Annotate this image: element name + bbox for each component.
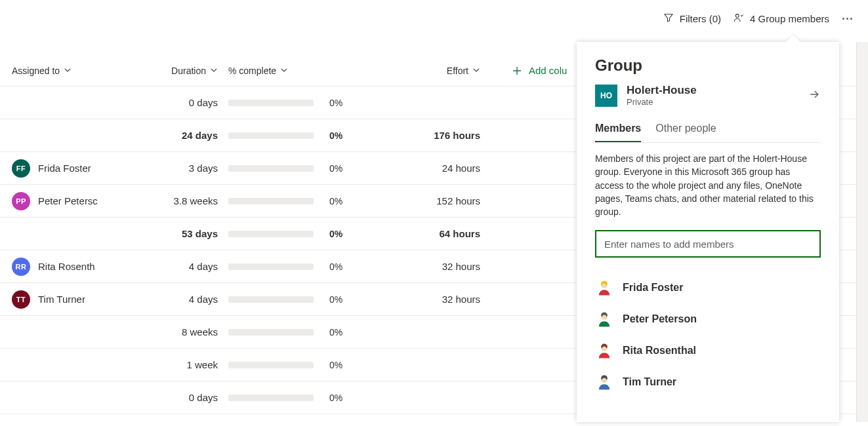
pct-value: 0% <box>329 294 342 305</box>
effort-cell: 64 hours <box>353 228 484 239</box>
progress-bar <box>228 231 314 237</box>
group-privacy: Private <box>627 97 798 107</box>
member-row[interactable]: Frida Foster <box>595 272 821 303</box>
pct-value: 0% <box>329 163 342 174</box>
member-avatar <box>595 373 613 391</box>
add-column-label: Add colu <box>529 65 567 76</box>
top-toolbar: Filters (0) 4 Group members <box>663 0 868 37</box>
pct-value: 0% <box>329 98 342 108</box>
col-assigned-to-label: Assigned to <box>12 66 60 76</box>
add-column-button[interactable]: Add colu <box>484 65 576 76</box>
progress-bar <box>228 362 314 368</box>
avatar: RR <box>12 258 30 276</box>
pct-value: 0% <box>329 229 342 239</box>
chevron-down-icon <box>210 66 218 76</box>
pct-complete-cell: 0% <box>222 163 353 174</box>
pct-complete-cell: 0% <box>222 261 353 272</box>
filter-icon <box>663 12 674 26</box>
pct-value: 0% <box>329 393 342 403</box>
progress-bar <box>228 296 314 303</box>
duration-cell: 0 days <box>117 392 222 403</box>
progress-bar <box>228 100 314 106</box>
member-avatar <box>595 310 613 328</box>
avatar: TT <box>12 290 30 309</box>
effort-cell: 32 hours <box>353 261 484 272</box>
assignee-name: Frida Foster <box>38 163 91 174</box>
member-row[interactable]: Rita Rosenthal <box>595 335 821 366</box>
member-avatar <box>595 341 613 360</box>
duration-cell: 0 days <box>117 97 222 108</box>
duration-cell: 4 days <box>117 294 222 305</box>
avatar: FF <box>12 159 30 178</box>
effort-cell: 24 hours <box>353 163 484 174</box>
chevron-down-icon <box>472 66 480 76</box>
right-scrollbar[interactable] <box>856 42 868 422</box>
progress-bar <box>228 263 314 270</box>
pct-complete-cell: 0% <box>222 229 353 239</box>
effort-cell: 152 hours <box>353 195 484 206</box>
panel-description: Members of this project are part of the … <box>595 152 821 218</box>
pct-value: 0% <box>329 196 342 206</box>
avatar: PP <box>12 192 30 210</box>
col-effort-label: Effort <box>447 66 468 76</box>
col-pct-complete[interactable]: % complete <box>222 66 353 76</box>
group-name: Holert-House <box>627 84 798 97</box>
col-duration-label: Duration <box>171 66 206 76</box>
member-name: Rita Rosenthal <box>623 345 696 357</box>
tab-other-people[interactable]: Other people <box>655 119 716 142</box>
add-members-input[interactable] <box>595 230 821 258</box>
group-members-label: 4 Group members <box>750 13 829 24</box>
effort-cell: 32 hours <box>353 294 484 305</box>
pct-complete-cell: 0% <box>222 294 353 305</box>
filters-label: Filters (0) <box>680 13 721 24</box>
member-name: Peter Peterson <box>623 313 697 325</box>
duration-cell: 8 weeks <box>117 326 222 338</box>
col-duration[interactable]: Duration <box>117 66 222 76</box>
assignee-cell: RRRita Rosenth <box>12 258 117 276</box>
member-avatar <box>595 279 613 297</box>
pct-complete-cell: 0% <box>222 393 353 403</box>
progress-bar <box>228 329 314 336</box>
plus-icon <box>512 66 522 76</box>
duration-cell: 3.8 weeks <box>117 195 222 206</box>
assignee-cell: TTTim Turner <box>12 290 117 309</box>
progress-bar <box>228 165 314 172</box>
panel-title: Group <box>595 56 821 75</box>
members-icon <box>733 12 745 26</box>
assignee-name: Peter Petersc <box>38 195 98 206</box>
assignee-cell: PPPeter Petersc <box>12 192 117 210</box>
duration-cell: 53 days <box>117 228 222 239</box>
progress-bar <box>228 395 314 401</box>
group-members-button[interactable]: 4 Group members <box>733 12 829 26</box>
duration-cell: 24 days <box>117 130 222 141</box>
chevron-down-icon <box>280 66 288 76</box>
group-header: HO Holert-House Private <box>595 84 821 107</box>
pct-complete-cell: 0% <box>222 130 353 141</box>
effort-cell: 176 hours <box>353 130 484 141</box>
member-name: Frida Foster <box>623 282 683 294</box>
pct-value: 0% <box>329 327 342 338</box>
group-panel: Group HO Holert-House Private Members Ot… <box>577 42 839 422</box>
assignee-cell: FFFrida Foster <box>12 159 117 178</box>
duration-cell: 3 days <box>117 163 222 174</box>
progress-bar <box>228 132 314 139</box>
assignee-name: Tim Turner <box>38 294 85 305</box>
chevron-down-icon <box>64 66 72 76</box>
member-row[interactable]: Tim Turner <box>595 366 821 398</box>
duration-cell: 4 days <box>117 261 222 272</box>
member-row[interactable]: Peter Peterson <box>595 303 821 335</box>
duration-cell: 1 week <box>117 359 222 370</box>
member-name: Tim Turner <box>623 376 676 388</box>
col-effort[interactable]: Effort <box>353 66 484 76</box>
pct-complete-cell: 0% <box>222 327 353 338</box>
tab-members[interactable]: Members <box>595 119 641 142</box>
col-pct-complete-label: % complete <box>228 66 276 76</box>
col-assigned-to[interactable]: Assigned to <box>12 66 117 76</box>
open-group-button[interactable] <box>808 88 821 103</box>
pct-value: 0% <box>329 261 342 272</box>
filters-button[interactable]: Filters (0) <box>663 12 721 26</box>
more-actions-button[interactable] <box>841 15 854 22</box>
group-tile: HO <box>595 85 617 107</box>
panel-tabs: Members Other people <box>595 119 821 143</box>
pct-value: 0% <box>329 130 342 141</box>
